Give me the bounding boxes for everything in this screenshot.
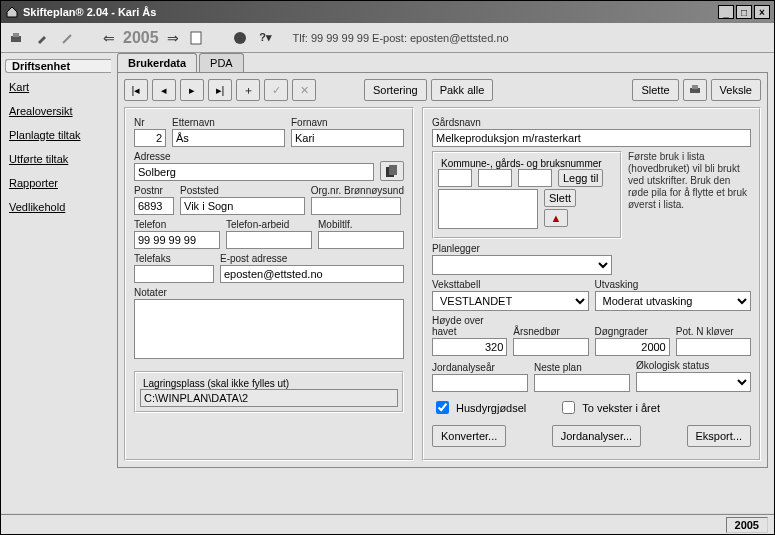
veksttabell-select[interactable]: VESTLANDET bbox=[432, 291, 589, 311]
arsnedbor-input[interactable] bbox=[513, 338, 588, 356]
help-icon[interactable]: ?▾ bbox=[257, 29, 275, 47]
main-panel: Brukerdata PDA |◂ ◂ ▸ ▸| ＋ ✓ ✕ Sortering… bbox=[111, 53, 774, 513]
confirm-button[interactable]: ✓ bbox=[264, 79, 288, 101]
poststed-input[interactable] bbox=[180, 197, 305, 215]
kommune3-input[interactable] bbox=[518, 169, 552, 187]
dogngrader-label: Døgngrader bbox=[595, 326, 670, 337]
to-vekster-checkbox[interactable] bbox=[562, 401, 575, 414]
postnr-input[interactable] bbox=[134, 197, 174, 215]
sidebar-tab-driftsenhet[interactable]: Driftsenhet bbox=[5, 59, 111, 73]
sidebar-item-utforte[interactable]: Utførte tiltak bbox=[1, 147, 111, 171]
hoyde-input[interactable] bbox=[432, 338, 507, 356]
telefaks-label: Telefaks bbox=[134, 253, 214, 264]
cancel-edit-button[interactable]: ✕ bbox=[292, 79, 316, 101]
utvasking-select[interactable]: Moderat utvasking bbox=[595, 291, 752, 311]
next-record-button[interactable]: ▸ bbox=[180, 79, 204, 101]
maximize-button[interactable]: □ bbox=[736, 5, 752, 19]
bruk-listbox[interactable] bbox=[438, 189, 538, 229]
etternavn-input[interactable] bbox=[172, 129, 285, 147]
sidebar-item-rapporter[interactable]: Rapporter bbox=[1, 171, 111, 195]
epost-input[interactable] bbox=[220, 265, 404, 283]
telefaks-input[interactable] bbox=[134, 265, 214, 283]
tab-brukerdata[interactable]: Brukerdata bbox=[117, 53, 197, 72]
okologisk-select[interactable] bbox=[636, 372, 751, 392]
minimize-button[interactable]: _ bbox=[718, 5, 734, 19]
adresse-input[interactable] bbox=[134, 163, 374, 181]
gardsnavn-input[interactable] bbox=[432, 129, 751, 147]
year-prev-button[interactable]: ⇐ bbox=[103, 30, 115, 46]
tab-pda[interactable]: PDA bbox=[199, 53, 244, 72]
print-record-button[interactable] bbox=[683, 79, 707, 101]
window-title: Skifteplan® 2.04 - Kari Ås bbox=[23, 6, 716, 18]
husdyr-checkbox-label[interactable]: Husdyrgjødsel bbox=[432, 398, 526, 417]
slette-button[interactable]: Slette bbox=[632, 79, 678, 101]
right-form: Gårdsnavn Kommune-, gårds- og bruksnumme… bbox=[422, 107, 761, 461]
tab-panel: |◂ ◂ ▸ ▸| ＋ ✓ ✕ Sortering Pakk alle Slet… bbox=[117, 73, 768, 468]
svg-rect-5 bbox=[692, 85, 698, 89]
mobiltlf-input[interactable] bbox=[318, 231, 404, 249]
orgnr-input[interactable] bbox=[311, 197, 401, 215]
jordanalysear-label: Jordanalyseår bbox=[432, 362, 528, 373]
lagring-input bbox=[140, 389, 398, 407]
mobiltlf-label: Mobiltlf. bbox=[318, 219, 404, 230]
telefon-arbeid-input[interactable] bbox=[226, 231, 312, 249]
telefon-label: Telefon bbox=[134, 219, 220, 230]
kommune1-input[interactable] bbox=[438, 169, 472, 187]
sidebar-item-planlagte[interactable]: Planlagte tiltak bbox=[1, 123, 111, 147]
konverter-button[interactable]: Konverter... bbox=[432, 425, 506, 447]
veksttabell-label: Veksttabell bbox=[432, 279, 589, 290]
husdyr-checkbox[interactable] bbox=[436, 401, 449, 414]
first-record-button[interactable]: |◂ bbox=[124, 79, 148, 101]
globe-icon[interactable] bbox=[231, 29, 249, 47]
contact-info: Tlf: 99 99 99 99 E-post: eposten@ettsted… bbox=[293, 32, 509, 44]
okologisk-label: Økologisk status bbox=[636, 360, 751, 371]
sidebar-item-arealoversikt[interactable]: Arealoversikt bbox=[1, 99, 111, 123]
wand-icon[interactable] bbox=[59, 29, 77, 47]
kommune2-input[interactable] bbox=[478, 169, 512, 187]
pakk-alle-button[interactable]: Pakk alle bbox=[431, 79, 494, 101]
lagring-label: Lagringsplass (skal ikke fylles ut) bbox=[140, 378, 292, 389]
fornavn-input[interactable] bbox=[291, 129, 404, 147]
record-toolbar: |◂ ◂ ▸ ▸| ＋ ✓ ✕ Sortering Pakk alle Slet… bbox=[124, 79, 761, 101]
tool-icon[interactable] bbox=[33, 29, 51, 47]
notater-label: Notater bbox=[134, 287, 404, 298]
planlegger-label: Planlegger bbox=[432, 243, 751, 254]
jordanalyser-button[interactable]: Jordanalyser... bbox=[552, 425, 642, 447]
print-icon[interactable] bbox=[7, 29, 25, 47]
close-button[interactable]: × bbox=[754, 5, 770, 19]
year-next-button[interactable]: ⇒ bbox=[167, 30, 179, 46]
jordanalysear-input[interactable] bbox=[432, 374, 528, 392]
planlegger-select[interactable] bbox=[432, 255, 612, 275]
eksport-button[interactable]: Eksport... bbox=[687, 425, 751, 447]
dogngrader-input[interactable] bbox=[595, 338, 670, 356]
gardsnavn-label: Gårdsnavn bbox=[432, 117, 751, 128]
document-icon[interactable] bbox=[187, 29, 205, 47]
prev-record-button[interactable]: ◂ bbox=[152, 79, 176, 101]
slett-button[interactable]: Slett bbox=[544, 189, 576, 207]
legg-til-button[interactable]: Legg til bbox=[558, 169, 603, 187]
sortering-button[interactable]: Sortering bbox=[364, 79, 427, 101]
to-vekster-checkbox-label[interactable]: To vekster i året bbox=[558, 398, 660, 417]
neste-plan-input[interactable] bbox=[534, 374, 630, 392]
sidebar-item-vedlikehold[interactable]: Vedlikehold bbox=[1, 195, 111, 219]
move-up-button[interactable]: ▲ bbox=[544, 209, 568, 227]
sidebar-item-kart[interactable]: Kart bbox=[1, 75, 111, 99]
add-record-button[interactable]: ＋ bbox=[236, 79, 260, 101]
notater-input[interactable] bbox=[134, 299, 404, 359]
nr-input[interactable] bbox=[134, 129, 166, 147]
telefon-input[interactable] bbox=[134, 231, 220, 249]
last-record-button[interactable]: ▸| bbox=[208, 79, 232, 101]
veksle-button[interactable]: Veksle bbox=[711, 79, 761, 101]
svg-rect-2 bbox=[191, 32, 201, 44]
pot-n-label: Pot. N kløver bbox=[676, 326, 751, 337]
poststed-label: Poststed bbox=[180, 185, 305, 196]
adresse-lookup-button[interactable] bbox=[380, 161, 404, 181]
nr-label: Nr bbox=[134, 117, 166, 128]
statusbar: 2005 bbox=[1, 514, 774, 534]
left-form: Nr Etternavn Fornavn Adresse bbox=[124, 107, 414, 461]
pot-n-input[interactable] bbox=[676, 338, 751, 356]
help-text: Første bruk i lista (hovedbruket) vil bl… bbox=[628, 151, 751, 211]
telefon-arbeid-label: Telefon-arbeid bbox=[226, 219, 312, 230]
kommune-label: Kommune-, gårds- og bruksnummer bbox=[438, 158, 605, 169]
utvasking-label: Utvasking bbox=[595, 279, 752, 290]
